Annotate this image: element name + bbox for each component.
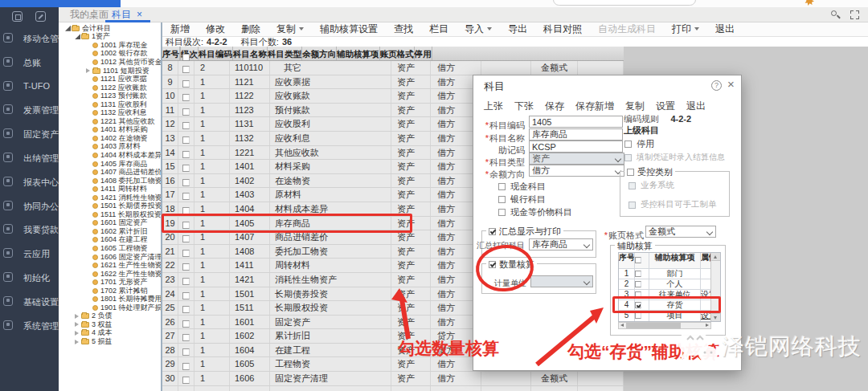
modal-toolbar-button[interactable]: 保存 bbox=[545, 100, 564, 113]
row-checkbox[interactable] bbox=[182, 377, 190, 384]
cell-code: 1123 bbox=[230, 104, 270, 117]
row-checkbox[interactable] bbox=[182, 80, 190, 88]
row-checkbox[interactable] bbox=[182, 122, 190, 129]
row-checkbox[interactable] bbox=[182, 348, 190, 356]
toolbar-button[interactable]: 删除 bbox=[233, 22, 268, 36]
table-row[interactable]: 8 2 110110 其它 资产 借方 金额式 bbox=[162, 61, 624, 75]
tree-node[interactable]: 5 损益 bbox=[59, 337, 161, 346]
toolbar-button[interactable]: 打印 bbox=[664, 22, 707, 36]
workspace-grid-icon[interactable] bbox=[12, 11, 23, 22]
row-checkbox[interactable] bbox=[182, 278, 190, 285]
row-checkbox[interactable] bbox=[182, 292, 190, 299]
row-checkbox[interactable] bbox=[182, 136, 190, 144]
sidebar-nav-item[interactable]: 移动仓管 bbox=[0, 26, 59, 51]
tab-my-desktop[interactable]: 我的桌面 bbox=[70, 7, 108, 22]
sidebar-nav-item[interactable]: 发票管理 bbox=[0, 98, 59, 122]
controlled-item-checkbox[interactable] bbox=[628, 202, 636, 209]
scroll-down-icon[interactable] bbox=[711, 313, 720, 321]
aux-item-row[interactable]: 1 部门 bbox=[619, 269, 720, 279]
toolbar-button[interactable]: 新增 bbox=[162, 22, 198, 36]
row-checkbox[interactable] bbox=[182, 334, 190, 341]
scroll-up-icon[interactable] bbox=[711, 253, 720, 261]
tree-expander-icon[interactable] bbox=[75, 314, 79, 319]
row-checkbox[interactable] bbox=[182, 66, 190, 73]
row-checkbox[interactable] bbox=[182, 263, 190, 271]
tree-node-icon bbox=[92, 144, 98, 149]
summary-subject-select[interactable]: 库存商品 bbox=[529, 238, 593, 250]
row-checkbox[interactable] bbox=[182, 165, 190, 172]
summary-print-checkbox[interactable] bbox=[489, 228, 496, 235]
row-checkbox[interactable] bbox=[182, 306, 190, 313]
toolbar-button[interactable]: 科目对照 bbox=[535, 22, 590, 36]
fullscreen-icon[interactable] bbox=[850, 10, 859, 19]
toolbar-button[interactable]: 复制 bbox=[268, 22, 312, 36]
mnemonic-input[interactable] bbox=[529, 141, 623, 153]
sidebar-nav-item[interactable]: 基础设置 bbox=[0, 290, 59, 314]
aux-item-checkbox[interactable] bbox=[635, 271, 641, 277]
row-checkbox[interactable] bbox=[182, 193, 190, 200]
sidebar-nav-item[interactable]: 系统管理 bbox=[0, 314, 59, 338]
code-input[interactable] bbox=[529, 116, 623, 128]
page-format-select[interactable]: 金额式 bbox=[645, 226, 716, 238]
row-checkbox[interactable] bbox=[182, 250, 190, 257]
search-icon[interactable] bbox=[830, 10, 841, 20]
aux-item-checkbox[interactable] bbox=[635, 312, 641, 319]
tree-expander-icon[interactable] bbox=[65, 26, 71, 31]
toolbar-button[interactable]: 导入 bbox=[457, 22, 500, 36]
sidebar-nav-item[interactable]: T-UFO bbox=[0, 75, 59, 99]
modal-toolbar-button[interactable]: 下张 bbox=[514, 100, 534, 113]
sidebar-nav-item[interactable]: 初始化 bbox=[0, 266, 59, 290]
toolbar-button[interactable]: 自动生成科目 bbox=[590, 22, 664, 36]
aux-select-all-checkbox[interactable] bbox=[635, 257, 641, 263]
aux-item-checkbox[interactable] bbox=[635, 281, 641, 287]
modal-toolbar-button[interactable]: 保存新增 bbox=[575, 100, 614, 113]
toolbar-button[interactable]: 导出 bbox=[500, 22, 535, 36]
tree-expander-icon[interactable] bbox=[75, 331, 79, 336]
sidebar-nav-item[interactable]: 总账 bbox=[0, 51, 59, 75]
select-all-checkbox[interactable] bbox=[182, 54, 190, 61]
sidebar-nav-item[interactable]: 出纳管理 bbox=[0, 146, 59, 170]
sidebar-nav-item[interactable]: 我要贷款 bbox=[0, 218, 59, 242]
toolbar-button[interactable]: 辅助核算设置 bbox=[312, 22, 386, 36]
help-icon[interactable]: ? bbox=[711, 80, 722, 91]
name-input[interactable] bbox=[529, 128, 623, 141]
controlled-category-checkbox[interactable] bbox=[627, 169, 634, 176]
compose-window-icon[interactable] bbox=[35, 11, 46, 22]
toolbar-button[interactable]: 栏目 bbox=[421, 22, 457, 36]
controlled-item-checkbox[interactable] bbox=[628, 182, 636, 189]
tab-close-icon[interactable]: × bbox=[137, 9, 142, 20]
sidebar-nav-item[interactable]: 云应用 bbox=[0, 242, 59, 266]
tree-expander-icon[interactable] bbox=[75, 340, 79, 344]
scrollbar-thumb[interactable] bbox=[626, 323, 681, 328]
sidebar-nav-item[interactable]: 固定资产 bbox=[0, 122, 59, 146]
scroll-left-icon[interactable] bbox=[620, 324, 624, 327]
aux-item-row[interactable]: 2 个人 bbox=[619, 279, 720, 290]
row-checkbox[interactable] bbox=[182, 363, 190, 370]
bank-subject-checkbox[interactable] bbox=[498, 196, 506, 203]
table-row[interactable]: 30 1 1606 固定资产清理 资产 借方 金额式 bbox=[162, 372, 624, 386]
tree-expander-icon[interactable] bbox=[86, 68, 90, 73]
toolbar-button[interactable]: 退出 bbox=[707, 22, 743, 36]
voucher-settlement-checkbox[interactable] bbox=[624, 154, 632, 161]
row-checkbox[interactable] bbox=[182, 94, 190, 101]
row-checkbox[interactable] bbox=[182, 108, 190, 116]
close-icon[interactable]: × bbox=[727, 77, 735, 91]
cash-equivalent-checkbox[interactable] bbox=[498, 209, 506, 216]
tree-expander-icon[interactable] bbox=[75, 34, 80, 39]
row-checkbox[interactable] bbox=[182, 151, 190, 158]
modal-toolbar-button[interactable]: 上张 bbox=[484, 100, 503, 113]
row-checkbox[interactable] bbox=[182, 320, 190, 328]
tree-expander-icon[interactable] bbox=[75, 322, 79, 327]
row-checkbox[interactable] bbox=[182, 235, 190, 242]
row-checkbox[interactable] bbox=[182, 179, 190, 186]
sidebar-nav-item[interactable]: 报表中心 bbox=[0, 170, 59, 194]
sidebar-nav-item[interactable]: 协同办公 bbox=[0, 194, 59, 218]
toolbar-button[interactable]: 查找 bbox=[386, 22, 421, 36]
disable-checkbox[interactable] bbox=[624, 141, 632, 148]
toolbar-button[interactable]: 修改 bbox=[198, 22, 233, 36]
direction-select[interactable]: 借方 bbox=[529, 165, 624, 177]
cell-code: 1411 bbox=[230, 259, 270, 272]
unit-select[interactable] bbox=[530, 275, 593, 287]
type-select[interactable]: 资产 bbox=[529, 153, 624, 165]
cash-subject-checkbox[interactable] bbox=[498, 183, 506, 190]
